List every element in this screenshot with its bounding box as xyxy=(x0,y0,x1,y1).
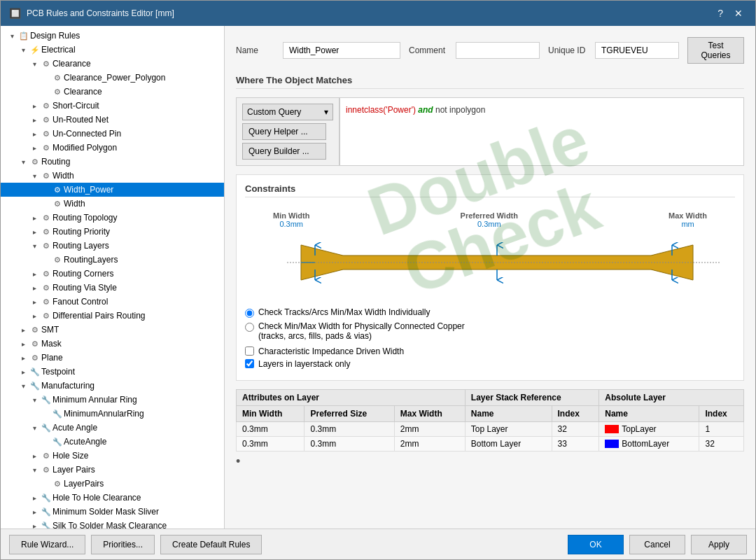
tree-item-smt[interactable]: ▸ ⚙ SMT xyxy=(1,323,224,337)
tree-item-minimum-solder-mask-sliver[interactable]: ▸ 🔧 Minimum Solder Mask Sliver xyxy=(1,505,224,519)
col-al-index: Index xyxy=(699,405,744,421)
add-row-indicator: • xyxy=(236,454,744,469)
expander-testpoint[interactable]: ▸ xyxy=(18,366,29,377)
tree-item-minimumannularring[interactable]: ▸ 🔧 MinimumAnnularRing xyxy=(1,407,224,421)
icon-clearance-power-polygon: ⚙ xyxy=(51,72,64,83)
rule-form: Name Comment Unique ID Test Queries Wher… xyxy=(225,26,755,480)
expander-manufacturing[interactable]: ▾ xyxy=(18,380,29,391)
tree-item-layer-pairs[interactable]: ▾ ⚙ Layer Pairs xyxy=(1,463,224,477)
help-button[interactable]: ? xyxy=(713,6,727,20)
expander-hole-size[interactable]: ▸ xyxy=(29,450,40,461)
pref-width-value: 0.3mm xyxy=(477,220,501,228)
tree-item-width-power[interactable]: ▸ ⚙ Width_Power xyxy=(1,183,224,197)
expander-routing-via-style[interactable]: ▸ xyxy=(29,282,40,293)
query-helper-button[interactable]: Query Helper ... xyxy=(242,123,326,140)
tree-item-hole-size[interactable]: ▸ ⚙ Hole Size xyxy=(1,449,224,463)
tree-item-layerpairs[interactable]: ▸ ⚙ LayerPairs xyxy=(1,477,224,491)
expander-layer-pairs[interactable]: ▾ xyxy=(29,464,40,475)
query-editor[interactable]: innetclass('Power') and not inpolygon xyxy=(340,98,743,165)
comment-input[interactable] xyxy=(456,42,540,59)
tree-item-differential-pairs-routing[interactable]: ▸ ⚙ Differential Pairs Routing xyxy=(1,309,224,323)
radio-item-physically-connected: Check Min/Max Width for Physically Conne… xyxy=(245,321,735,341)
tree-item-width2[interactable]: ▸ ⚙ Width xyxy=(1,197,224,211)
expander-mask[interactable]: ▸ xyxy=(18,338,29,349)
priorities-button[interactable]: Priorities... xyxy=(91,535,155,554)
width-labels-row: Min Width 0.3mm Preferred Width 0.3mm Ma… xyxy=(259,211,721,228)
tree-item-clearance2[interactable]: ▸ ⚙ Clearance xyxy=(1,85,224,99)
radio-physically-connected-label: Check Min/Max Width for Physically Conne… xyxy=(258,321,465,341)
expander-clearance[interactable]: ▾ xyxy=(29,58,40,69)
tree-item-routing-via-style[interactable]: ▸ ⚙ Routing Via Style xyxy=(1,281,224,295)
query-str-part: 'Power' xyxy=(386,105,413,115)
tree-item-mask[interactable]: ▸ ⚙ Mask xyxy=(1,337,224,351)
tree-item-electrical[interactable]: ▾ ⚡ Electrical xyxy=(1,43,224,57)
label-routing-via-style: Routing Via Style xyxy=(52,283,117,293)
checkbox-layerstack-input[interactable] xyxy=(245,359,254,368)
tree-item-routing-priority[interactable]: ▸ ⚙ Routing Priority xyxy=(1,225,224,239)
label-routing-priority: Routing Priority xyxy=(52,227,110,237)
tree-item-un-routed-net[interactable]: ▸ ⚙ Un-Routed Net xyxy=(1,113,224,127)
expander-routing[interactable]: ▾ xyxy=(18,156,29,167)
tree-item-routinglayers[interactable]: ▸ ⚙ RoutingLayers xyxy=(1,253,224,267)
tree-item-clearance-power-polygon[interactable]: ▸ ⚙ Clearance_Power_Polygon xyxy=(1,71,224,85)
tree-item-fanout-control[interactable]: ▸ ⚙ Fanout Control xyxy=(1,295,224,309)
tree-item-short-circuit[interactable]: ▸ ⚙ Short-Circuit xyxy=(1,99,224,113)
rule-wizard-button[interactable]: Rule Wizard... xyxy=(9,535,85,554)
expander-routing-corners[interactable]: ▸ xyxy=(29,268,40,279)
tree-item-acute-angle[interactable]: ▾ 🔧 Acute Angle xyxy=(1,421,224,435)
cancel-button[interactable]: Cancel xyxy=(629,535,685,554)
expander-routing-layers[interactable]: ▾ xyxy=(29,240,40,251)
unique-id-input[interactable] xyxy=(595,42,679,59)
expander-plane[interactable]: ▸ xyxy=(18,352,29,363)
radio-physically-connected-input[interactable] xyxy=(245,323,254,332)
expander-routing-topology[interactable]: ▸ xyxy=(29,212,40,223)
expander-fanout-control[interactable]: ▸ xyxy=(29,296,40,307)
name-input[interactable] xyxy=(283,42,400,59)
tree-scroll[interactable]: ▾ 📋 Design Rules ▾ ⚡ Electrical ▾ ⚙ Clea… xyxy=(1,26,224,528)
tree-item-manufacturing[interactable]: ▾ 🔧 Manufacturing xyxy=(1,379,224,393)
expander-routing-priority[interactable]: ▸ xyxy=(29,226,40,237)
tree-item-design-rules[interactable]: ▾ 📋 Design Rules xyxy=(1,29,224,43)
tree-item-acuteangle[interactable]: ▸ 🔧 AcuteAngle xyxy=(1,435,224,449)
expander-silk-to-solder-mask-clearance[interactable]: ▸ xyxy=(29,520,40,528)
tree-item-clearance[interactable]: ▾ ⚙ Clearance xyxy=(1,57,224,71)
expander-design-rules[interactable]: ▾ xyxy=(6,30,18,41)
apply-button[interactable]: Apply xyxy=(691,535,747,554)
expander-hole-to-hole-clearance[interactable]: ▸ xyxy=(29,492,40,503)
label-silk-to-solder-mask-clearance: Silk To Solder Mask Clearance xyxy=(52,521,167,528)
expander-un-connected-pin[interactable]: ▸ xyxy=(29,128,40,139)
tree-item-routing[interactable]: ▾ ⚙ Routing xyxy=(1,155,224,169)
expander-acute-angle[interactable]: ▾ xyxy=(29,422,40,433)
ok-button[interactable]: OK xyxy=(568,535,624,554)
expander-minimum-annular-ring[interactable]: ▾ xyxy=(29,394,40,405)
expander-un-routed-net[interactable]: ▸ xyxy=(29,114,40,125)
tree-item-routing-topology[interactable]: ▸ ⚙ Routing Topology xyxy=(1,211,224,225)
query-text: innetclass('Power') and not inpolygon xyxy=(346,104,738,116)
expander-smt[interactable]: ▸ xyxy=(18,324,29,335)
close-button[interactable]: ✕ xyxy=(730,6,747,20)
expander-modified-polygon[interactable]: ▸ xyxy=(29,142,40,153)
icon-layer-pairs: ⚙ xyxy=(40,464,52,475)
tree-item-un-connected-pin[interactable]: ▸ ⚙ Un-Connected Pin xyxy=(1,127,224,141)
test-queries-button[interactable]: Test Queries xyxy=(687,37,744,64)
tree-item-hole-to-hole-clearance[interactable]: ▸ 🔧 Hole To Hole Clearance xyxy=(1,491,224,505)
expander-minimum-solder-mask-sliver[interactable]: ▸ xyxy=(29,506,40,517)
expander-electrical[interactable]: ▾ xyxy=(18,44,29,55)
radio-tracks-arcs-input[interactable] xyxy=(245,309,254,318)
tree-item-plane[interactable]: ▸ ⚙ Plane xyxy=(1,351,224,365)
tree-item-width[interactable]: ▾ ⚙ Width xyxy=(1,169,224,183)
tree-item-testpoint[interactable]: ▸ 🔧 Testpoint xyxy=(1,365,224,379)
tree-item-minimum-annular-ring[interactable]: ▾ 🔧 Minimum Annular Ring xyxy=(1,393,224,407)
expander-short-circuit[interactable]: ▸ xyxy=(29,100,40,111)
tree-item-modified-polygon[interactable]: ▸ ⚙ Modified Polygon xyxy=(1,141,224,155)
tree-item-routing-layers[interactable]: ▾ ⚙ Routing Layers xyxy=(1,239,224,253)
checkbox-impedance-input[interactable] xyxy=(245,346,254,356)
icon-layerpairs: ⚙ xyxy=(51,478,64,489)
expander-differential-pairs-routing[interactable]: ▸ xyxy=(29,310,40,321)
tree-item-routing-corners[interactable]: ▸ ⚙ Routing Corners xyxy=(1,267,224,281)
query-builder-button[interactable]: Query Builder ... xyxy=(242,143,326,160)
custom-query-dropdown[interactable]: Custom Query ▾ xyxy=(242,104,333,120)
expander-width[interactable]: ▾ xyxy=(29,170,40,181)
tree-item-silk-to-solder-mask-clearance[interactable]: ▸ 🔧 Silk To Solder Mask Clearance xyxy=(1,519,224,528)
create-default-rules-button[interactable]: Create Default Rules xyxy=(160,535,262,554)
